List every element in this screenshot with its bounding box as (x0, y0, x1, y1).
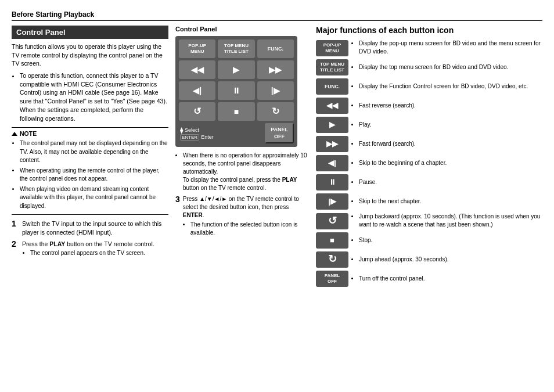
jump-back-btn[interactable]: ↺ (179, 102, 215, 121)
ff-btn[interactable]: ▶▶ (257, 60, 294, 79)
next-btn[interactable]: |▶ (257, 81, 294, 100)
func-paneloff-desc: Turn off the control panel. (352, 275, 542, 283)
panel-off-btn[interactable]: PANELOFF (265, 123, 294, 143)
func-rew-btn: ◀◀ (316, 98, 348, 114)
func-ff-btn: ▶▶ (316, 136, 348, 152)
func-row-rew: ◀◀ Fast reverse (search). (316, 98, 542, 114)
func-jumpfwd-btn: ↻ (316, 251, 348, 268)
cp-row-4: ↺ ■ ↻ (179, 102, 294, 121)
func-table: POP-UPMENU Display the pop-up menu scree… (316, 39, 542, 287)
right-column: Major functions of each button icon POP-… (316, 26, 542, 290)
top-menu-btn[interactable]: TOP MENUTITLE LIST (218, 39, 254, 58)
step-2-sub: The control panel appears on the TV scre… (30, 249, 168, 257)
func-row-pause: ⏸ Pause. (316, 174, 542, 190)
func-jumpfwd-desc: Jump ahead (approx. 30 seconds). (352, 256, 542, 264)
left-bullet: To operate this function, connect this p… (20, 71, 168, 123)
page-title: Before Starting Playback (12, 10, 542, 21)
func-paneloff-btn: PANELOFF (316, 271, 348, 287)
jump-fwd-btn[interactable]: ↻ (257, 102, 294, 121)
mid-step-3: 3 Press ▲/▼/◄/► on the TV remote control… (175, 195, 309, 240)
func-prev-desc: Skip to the beginning of a chapter. (352, 159, 542, 168)
cp-bottom-row: ⧫ Select ENTER Enter PANELOFF (179, 123, 294, 143)
cp-select-area: ⧫ Select ENTER Enter (179, 127, 262, 141)
left-intro: This function allows you to operate this… (12, 42, 168, 68)
enter-label: Enter (201, 134, 214, 140)
cp-select-line: ⧫ Select (180, 127, 262, 134)
select-diamond-icon: ⧫ (180, 127, 183, 134)
func-row-jumpfwd: ↻ Jump ahead (approx. 30 seconds). (316, 251, 542, 268)
func-row-ff: ▶▶ Fast forward (search). (316, 136, 542, 152)
mid-note-list: When there is no operation for approxima… (175, 152, 309, 192)
right-title: Major functions of each button icon (316, 26, 542, 35)
cp-row-3: ◀| ⏸ |▶ (179, 81, 294, 100)
func-row-popup: POP-UPMENU Display the pop-up menu scree… (316, 39, 542, 56)
func-ff-desc: Fast forward (search). (352, 140, 542, 149)
mid-notes: When there is no operation for approxima… (175, 152, 309, 240)
func-stop-desc: Stop. (352, 236, 542, 245)
mid-col-title: Control Panel (175, 26, 309, 33)
select-label: Select (185, 127, 199, 133)
note-item-2: When operating using the remote control … (20, 167, 168, 184)
cp-enter-line: ENTER Enter (180, 134, 262, 141)
mid-step-3-sub: The function of the selected button icon… (190, 221, 309, 237)
func-play-btn: ▶ (316, 117, 348, 133)
mid-note-1: When there is no operation for approxima… (183, 152, 309, 192)
func-pause-btn: ⏸ (316, 174, 348, 190)
func-jumpback-btn: ↺ (316, 213, 348, 229)
func-rew-desc: Fast reverse (search). (352, 102, 542, 110)
prev-btn[interactable]: ◀| (179, 81, 215, 100)
left-column: Control Panel This function allows you t… (12, 26, 168, 290)
play-btn[interactable]: ▶ (218, 60, 254, 79)
func-popup-menu-btn: POP-UPMENU (316, 40, 348, 56)
page-container: Before Starting Playback Control Panel T… (0, 0, 554, 296)
func-next-desc: Skip to the next chapter. (352, 197, 542, 206)
func-func-desc: Display the Function Control screen for … (352, 82, 542, 91)
func-row-play: ▶ Play. (316, 117, 542, 133)
control-panel-widget: POP-UPMENU TOP MENUTITLE LIST FUNC. ◀◀ ▶… (175, 36, 297, 147)
rew-btn[interactable]: ◀◀ (179, 60, 215, 79)
stop-btn[interactable]: ■ (218, 102, 254, 121)
func-jumpback-desc: Jump backward (approx. 10 seconds). (Thi… (352, 213, 542, 229)
note-section: NOTE The control panel may not be displa… (12, 127, 168, 215)
func-row-stop: ■ Stop. (316, 232, 542, 249)
func-row-topmenu: TOP MENUTITLE LIST Display the top menu … (316, 59, 542, 75)
func-prev-btn: ◀| (316, 155, 348, 171)
func-pause-desc: Pause. (352, 178, 542, 187)
step-2: 2 Press the PLAY button on the TV remote… (12, 240, 168, 258)
cp-row-1: POP-UPMENU TOP MENUTITLE LIST FUNC. (179, 39, 294, 58)
func-row-next: |▶ Skip to the next chapter. (316, 193, 542, 210)
func-stop-btn: ■ (316, 232, 348, 249)
steps: 1 Switch the TV input to the input sourc… (12, 220, 168, 257)
content-row: Control Panel This function allows you t… (12, 26, 542, 290)
step-1: 1 Switch the TV input to the input sourc… (12, 220, 168, 236)
note-label: NOTE (20, 130, 37, 137)
middle-column: Control Panel POP-UPMENU TOP MENUTITLE L… (175, 26, 309, 290)
note-item-3: When playing video on demand streaming c… (20, 185, 168, 211)
note-item-1: The control panel may not be displayed d… (20, 139, 168, 165)
mid-step-3-text: Press ▲/▼/◄/► on the TV remote control t… (183, 195, 309, 240)
note-title: NOTE (12, 130, 168, 137)
note-list: The control panel may not be displayed d… (12, 139, 168, 210)
func-row-prev: ◀| Skip to the beginning of a chapter. (316, 155, 542, 171)
section-header: Control Panel (12, 26, 168, 39)
pause-btn[interactable]: ⏸ (218, 81, 254, 100)
func-row-paneloff: PANELOFF Turn off the control panel. (316, 271, 542, 287)
func-play-desc: Play. (352, 121, 542, 130)
func-btn[interactable]: FUNC. (257, 39, 294, 58)
func-func-btn: FUNC. (316, 78, 348, 95)
cp-row-2: ◀◀ ▶ ▶▶ (179, 60, 294, 79)
func-row-jumpback: ↺ Jump backward (approx. 10 seconds). (T… (316, 213, 542, 229)
enter-badge: ENTER (180, 134, 199, 141)
func-row-func: FUNC. Display the Function Control scree… (316, 78, 542, 95)
func-topmenu-desc: Display the top menu screen for BD video… (352, 63, 542, 72)
func-popup-desc: Display the pop-up menu screen for BD vi… (352, 39, 542, 56)
popup-menu-btn[interactable]: POP-UPMENU (179, 39, 215, 58)
func-topmenu-btn: TOP MENUTITLE LIST (316, 59, 348, 75)
func-next-btn: |▶ (316, 193, 348, 210)
